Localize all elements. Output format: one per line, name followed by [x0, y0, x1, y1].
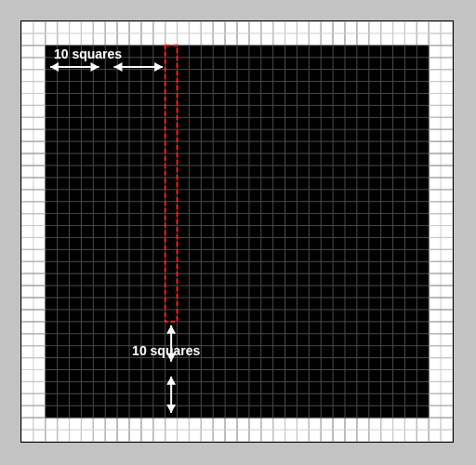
grid-diagram: [21, 21, 453, 442]
grid-panel: 10 squares 10 squares: [20, 20, 454, 443]
